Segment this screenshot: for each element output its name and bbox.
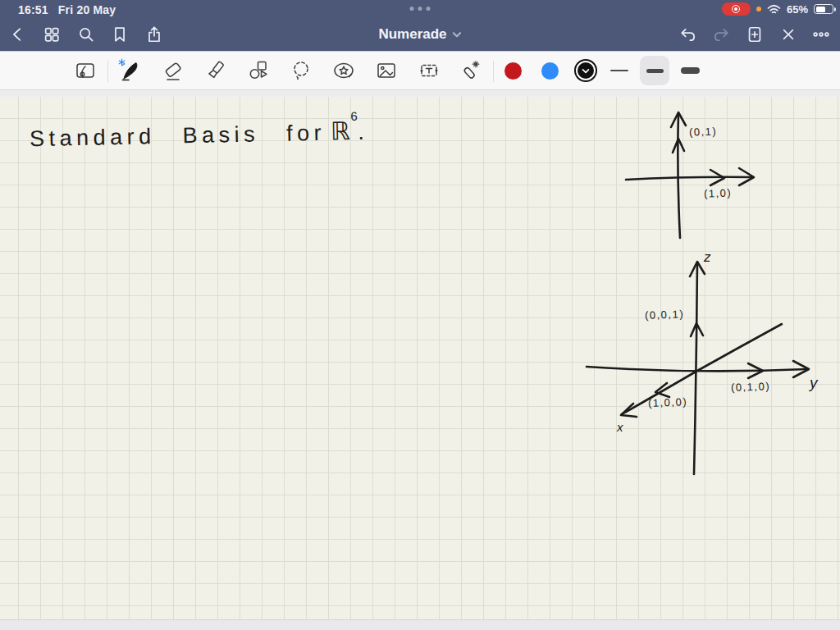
status-bar: 16:51Fri 20 May 65%: [0, 0, 840, 18]
pen-icon[interactable]: [113, 54, 146, 87]
wifi-icon: [767, 4, 781, 15]
exponent: 6: [350, 109, 358, 123]
top-bar: 16:51Fri 20 May 65%: [0, 0, 840, 51]
battery-percent: 65%: [787, 3, 808, 16]
thickness-medium-button-selected[interactable]: [638, 54, 671, 87]
y-axis-label: y: [810, 374, 818, 392]
multitask-indicator-icon[interactable]: [410, 7, 431, 11]
bookmark-button[interactable]: [106, 21, 134, 48]
undo-button[interactable]: [673, 21, 701, 48]
highlighter-icon[interactable]: [199, 54, 232, 87]
status-indicators: 65%: [722, 2, 833, 16]
thickness-thin-button[interactable]: [603, 54, 636, 87]
image-icon[interactable]: [370, 54, 403, 87]
page-bottom-edge: [0, 619, 840, 630]
textbox-icon[interactable]: [413, 54, 445, 87]
note-page-canvas[interactable]: Standard Basis forℝ6. (0,1) (1,0): [0, 97, 840, 619]
color-blue-button[interactable]: [533, 54, 566, 87]
eraser-icon[interactable]: [157, 54, 189, 87]
add-page-button[interactable]: [741, 21, 769, 48]
lasso-icon[interactable]: [285, 54, 317, 87]
screen-recording-icon[interactable]: [722, 2, 751, 16]
x-axis-label: x: [617, 420, 623, 434]
page-gap: [0, 90, 840, 97]
document-title[interactable]: Numerade: [378, 26, 461, 43]
more-options-button[interactable]: [807, 21, 835, 48]
real-numbers-symbol: ℝ: [331, 117, 350, 144]
basis-vector-label: (0,0,1): [645, 308, 685, 322]
sticker-icon[interactable]: [327, 54, 360, 87]
shapes-icon[interactable]: [242, 54, 275, 87]
toolbar-divider: [107, 61, 108, 82]
thickness-thick-button[interactable]: [673, 54, 706, 87]
toolbar-divider: [493, 61, 494, 82]
title-chevron-down-icon: [453, 31, 462, 38]
date: Fri 20 May: [58, 3, 116, 16]
color-black-button-selected[interactable]: [569, 54, 602, 87]
document-title-label: Numerade: [378, 26, 446, 43]
basis-vector-label: (0,1,0): [731, 380, 771, 394]
laser-pointer-icon[interactable]: [454, 54, 486, 87]
nav-bar: Numerade: [0, 18, 840, 51]
handwritten-heading: Standard Basis forℝ6.: [30, 116, 364, 153]
back-button[interactable]: [4, 21, 32, 48]
share-button[interactable]: [140, 21, 168, 48]
axes-2d-sketch: (0,1) (1,0): [618, 103, 769, 247]
thumbnails-button[interactable]: [38, 21, 66, 48]
basis-vector-label: (1,0): [704, 186, 733, 199]
basis-vector-label: (1,0,0): [648, 395, 688, 409]
redo-button[interactable]: [707, 21, 735, 48]
toolcase-icon[interactable]: [69, 54, 102, 87]
drawing-toolbar: [0, 51, 840, 90]
microphone-in-use-icon: [756, 7, 761, 11]
color-red-button[interactable]: [496, 54, 529, 87]
chevron-down-icon: [582, 68, 590, 74]
status-time-date: 16:51Fri 20 May: [18, 3, 116, 16]
search-button[interactable]: [72, 21, 100, 48]
axes-3d-sketch: z (0,0,1) (0,1,0) y (1,0,0) x: [574, 246, 840, 488]
close-button[interactable]: [774, 21, 802, 48]
goodnotes-app: 16:51Fri 20 May 65%: [0, 0, 840, 630]
z-axis-label: z: [704, 249, 711, 266]
clock: 16:51: [18, 3, 48, 16]
basis-vector-label: (0,1): [689, 125, 718, 138]
battery-icon: [814, 4, 833, 14]
